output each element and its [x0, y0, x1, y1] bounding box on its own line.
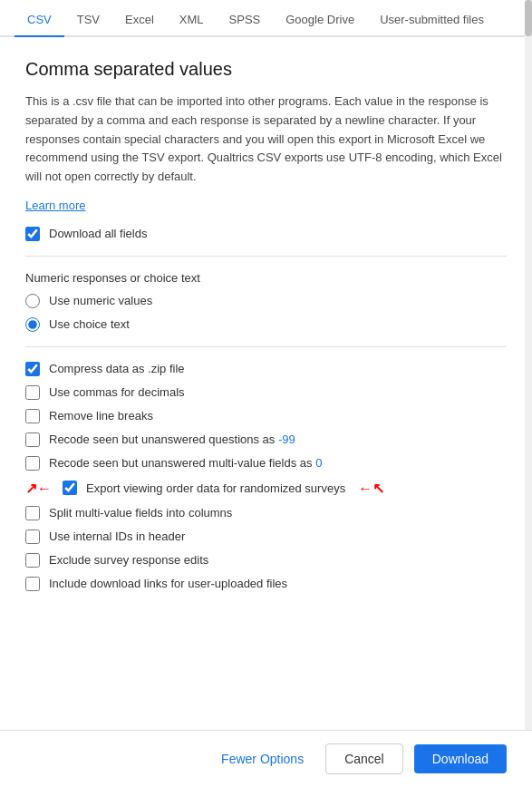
download-all-fields-row: Download all fields	[25, 227, 507, 241]
tab-excel[interactable]: Excel	[112, 4, 167, 37]
scrollbar[interactable]	[525, 0, 532, 787]
tab-csv[interactable]: CSV	[15, 4, 64, 37]
split-multi-value-checkbox[interactable]	[25, 506, 40, 520]
tabs-bar: CSV TSV Excel XML SPSS Google Drive User…	[0, 0, 532, 37]
arrow-right-annotation: ←↖	[358, 480, 384, 497]
footer: Fewer Options Cancel Download	[0, 730, 532, 787]
compress-zip-label[interactable]: Compress data as .zip file	[49, 362, 185, 375]
fewer-options-button[interactable]: Fewer Options	[210, 744, 314, 773]
tab-usersubmitted[interactable]: User-submitted files	[367, 4, 497, 37]
use-numeric-label[interactable]: Use numeric values	[49, 294, 152, 307]
remove-line-breaks-row: Remove line breaks	[25, 409, 507, 423]
export-viewing-order-row: ↗← Export viewing order data for randomi…	[25, 480, 507, 497]
recode-seen-unanswered-row: Recode seen but unanswered questions as …	[25, 432, 507, 447]
use-choice-text-row: Use choice text	[25, 317, 507, 332]
numeric-section-label: Numeric responses or choice text	[25, 271, 507, 285]
use-internal-ids-checkbox[interactable]	[25, 530, 40, 544]
recode-multi-value-value[interactable]: 0	[315, 456, 322, 470]
use-choice-text-label[interactable]: Use choice text	[49, 317, 130, 331]
tab-spss[interactable]: SPSS	[217, 4, 274, 37]
learn-more-link[interactable]: Learn more	[25, 199, 85, 212]
recode-multi-value-prefix: Recode seen but unanswered multi-value f…	[49, 456, 313, 470]
recode-multi-value-checkbox[interactable]	[25, 456, 40, 471]
main-content: Comma separated values This is a .csv fi…	[0, 37, 532, 673]
tab-xml[interactable]: XML	[167, 4, 217, 37]
compress-zip-checkbox[interactable]	[25, 362, 40, 376]
recode-seen-unanswered-checkbox[interactable]	[25, 432, 40, 447]
arrow-left-annotation: ↗←	[25, 480, 52, 497]
exclude-edits-label[interactable]: Exclude survey response edits	[49, 553, 208, 567]
section-description: This is a .csv file that can be imported…	[25, 92, 507, 187]
use-commas-checkbox[interactable]	[25, 385, 40, 400]
use-internal-ids-row: Use internal IDs in header	[25, 530, 507, 544]
recode-seen-unanswered-prefix: Recode seen but unanswered questions as	[49, 432, 275, 446]
use-commas-label[interactable]: Use commas for decimals	[49, 385, 185, 399]
use-commas-row: Use commas for decimals	[25, 385, 507, 400]
split-multi-value-label[interactable]: Split multi-value fields into columns	[49, 506, 232, 520]
recode-seen-unanswered-value[interactable]: -99	[278, 432, 295, 446]
scrollbar-thumb[interactable]	[525, 0, 532, 36]
exclude-edits-row: Exclude survey response edits	[25, 553, 507, 568]
download-all-fields-label[interactable]: Download all fields	[49, 227, 147, 240]
export-viewing-order-checkbox[interactable]	[63, 481, 77, 495]
cancel-button[interactable]: Cancel	[325, 743, 403, 774]
use-numeric-radio[interactable]	[25, 294, 40, 308]
compress-zip-row: Compress data as .zip file	[25, 362, 507, 376]
section-title: Comma separated values	[25, 59, 507, 80]
include-download-links-row: Include download links for user-uploaded…	[25, 577, 507, 591]
recode-multi-value-label[interactable]: Recode seen but unanswered multi-value f…	[49, 456, 322, 470]
export-viewing-order-label[interactable]: Export viewing order data for randomized…	[86, 481, 345, 495]
divider-2	[25, 346, 507, 347]
remove-line-breaks-label[interactable]: Remove line breaks	[49, 409, 153, 423]
split-multi-value-row: Split multi-value fields into columns	[25, 506, 507, 520]
download-all-fields-checkbox[interactable]	[25, 227, 40, 241]
divider-1	[25, 256, 507, 257]
include-download-links-checkbox[interactable]	[25, 577, 40, 591]
use-choice-text-radio[interactable]	[25, 317, 40, 332]
recode-multi-value-row: Recode seen but unanswered multi-value f…	[25, 456, 507, 471]
tab-googledrive[interactable]: Google Drive	[273, 4, 367, 37]
use-numeric-row: Use numeric values	[25, 294, 507, 308]
download-button[interactable]: Download	[414, 744, 507, 773]
recode-seen-unanswered-label[interactable]: Recode seen but unanswered questions as …	[49, 432, 295, 446]
exclude-edits-checkbox[interactable]	[25, 553, 40, 568]
tab-tsv[interactable]: TSV	[64, 4, 112, 37]
include-download-links-label[interactable]: Include download links for user-uploaded…	[49, 577, 287, 590]
remove-line-breaks-checkbox[interactable]	[25, 409, 40, 423]
use-internal-ids-label[interactable]: Use internal IDs in header	[49, 530, 185, 543]
